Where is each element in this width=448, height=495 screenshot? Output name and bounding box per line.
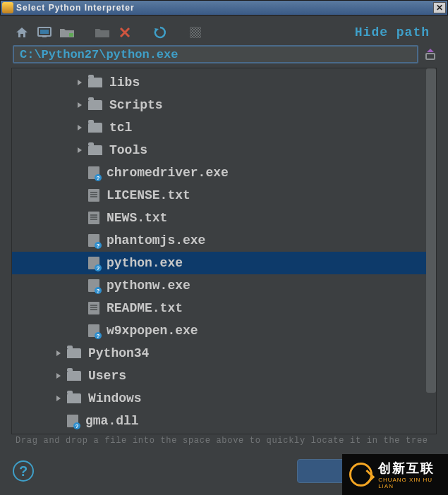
svg-rect-8	[426, 54, 435, 59]
tree-item-label: chromedriver.exe	[107, 166, 229, 180]
tree-file[interactable]: chromedriver.exe	[12, 161, 436, 184]
scrollbar[interactable]	[426, 68, 436, 434]
hint-text: Drag and drop a file into the space abov…	[1, 434, 447, 446]
arrow-spacer	[75, 191, 84, 200]
tree-file[interactable]: pythonw.exe	[12, 274, 436, 297]
svg-rect-1	[40, 30, 49, 34]
tree-item-label: Tools	[109, 143, 147, 157]
tree-item-label: Windows	[88, 391, 142, 405]
scrollbar-thumb[interactable]	[426, 68, 436, 393]
arrow-spacer	[75, 304, 84, 312]
folder-icon	[88, 123, 102, 133]
text-file-icon	[88, 189, 99, 202]
tree-item-label: w9xpopen.exe	[107, 324, 198, 338]
expand-arrow-icon[interactable]	[75, 123, 84, 132]
history-button[interactable]	[424, 47, 437, 62]
project-folder-icon	[59, 27, 75, 38]
tree-folder[interactable]: libs	[12, 71, 436, 94]
tree-file[interactable]: gma.dll	[12, 410, 436, 432]
desktop-icon	[37, 27, 52, 38]
arrow-spacer	[75, 169, 84, 177]
arrow-spacer	[54, 417, 63, 425]
unknown-file-icon	[88, 324, 99, 337]
expand-arrow-icon[interactable]	[54, 372, 63, 380]
svg-rect-3	[69, 33, 73, 37]
tree-item-label: README.txt	[107, 301, 183, 315]
folder-icon	[88, 100, 102, 110]
brand-main-text: 创新互联	[378, 460, 448, 477]
tree-item-label: libs	[109, 75, 140, 90]
refresh-button[interactable]	[151, 24, 169, 41]
folder-icon	[67, 348, 81, 358]
window-titlebar[interactable]: Select Python Interpreter ✕	[0, 0, 448, 16]
expand-arrow-icon[interactable]	[54, 394, 63, 403]
unknown-file-icon	[88, 166, 99, 179]
expand-arrow-icon[interactable]	[75, 146, 84, 154]
tree-item-label: NEWS.txt	[107, 211, 167, 225]
tree-item-label: LICENSE.txt	[107, 188, 190, 202]
tree-file[interactable]: w9xpopen.exe	[12, 319, 436, 342]
toolbar: Hide path	[1, 17, 447, 45]
new-folder-button[interactable]	[93, 24, 111, 41]
project-button[interactable]	[58, 24, 76, 41]
folder-icon	[67, 371, 81, 381]
svg-rect-2	[42, 36, 47, 37]
home-button[interactable]	[13, 24, 31, 41]
unknown-file-icon	[88, 257, 99, 269]
folder-icon	[67, 393, 81, 403]
expand-arrow-icon[interactable]	[75, 101, 84, 109]
arrow-spacer	[75, 259, 84, 267]
brand-sub-text: CHUANG XIN HU LIAN	[378, 477, 448, 489]
file-tree[interactable]: libsScriptstclToolschromedriver.exeLICEN…	[11, 68, 437, 434]
tree-item-label: Users	[88, 369, 126, 383]
show-hidden-button[interactable]	[186, 24, 205, 41]
tree-folder[interactable]: Users	[12, 365, 436, 387]
text-file-icon	[88, 212, 99, 224]
brand-logo-icon	[349, 463, 373, 487]
path-row	[1, 45, 447, 68]
hide-path-link[interactable]: Hide path	[355, 25, 435, 39]
tree-item-label: tcl	[109, 121, 132, 135]
unknown-file-icon	[67, 415, 78, 427]
tree-file[interactable]: LICENSE.txt	[12, 184, 436, 207]
tree-item-label: python.exe	[107, 256, 183, 270]
tree-folder[interactable]: tcl	[12, 116, 436, 139]
tree-file[interactable]: README.txt	[12, 297, 436, 319]
window-title: Select Python Interpreter	[16, 3, 433, 13]
unknown-file-icon	[88, 234, 99, 247]
arrow-spacer	[75, 326, 84, 335]
path-input[interactable]	[13, 45, 418, 63]
new-folder-icon	[95, 27, 110, 38]
tree-item-label: gma.dll	[85, 414, 139, 428]
tree-item-label: pythonw.exe	[107, 279, 190, 293]
tree-file[interactable]: NEWS.txt	[12, 207, 436, 229]
app-icon	[2, 2, 13, 13]
arrow-spacer	[75, 214, 84, 222]
tree-item-label: Scripts	[109, 98, 163, 112]
arrow-spacer	[75, 236, 84, 245]
text-file-icon	[88, 302, 99, 314]
unknown-file-icon	[88, 279, 99, 292]
expand-arrow-icon[interactable]	[54, 349, 63, 358]
desktop-button[interactable]	[35, 24, 54, 41]
refresh-icon	[153, 25, 167, 39]
help-button[interactable]: ?	[13, 460, 34, 482]
tree-folder[interactable]: Tools	[12, 139, 436, 161]
tree-file[interactable]: python.exe	[12, 252, 436, 274]
folder-icon	[88, 78, 102, 87]
arrow-spacer	[75, 281, 84, 290]
tree-folder[interactable]: Python34	[12, 342, 436, 365]
tree-folder[interactable]: Windows	[12, 387, 436, 410]
expand-arrow-icon[interactable]	[75, 78, 84, 87]
show-hidden-icon	[189, 26, 202, 39]
folder-icon	[88, 145, 102, 155]
delete-icon	[119, 27, 131, 38]
svg-rect-5	[190, 27, 201, 38]
brand-watermark: 创新互联 CHUANG XIN HU LIAN	[342, 454, 448, 495]
delete-button[interactable]	[116, 24, 134, 41]
tree-file[interactable]: phantomjs.exe	[12, 229, 436, 252]
close-button[interactable]: ✕	[433, 2, 446, 13]
tree-item-label: Python34	[88, 346, 149, 360]
home-icon	[15, 26, 29, 39]
tree-folder[interactable]: Scripts	[12, 94, 436, 116]
